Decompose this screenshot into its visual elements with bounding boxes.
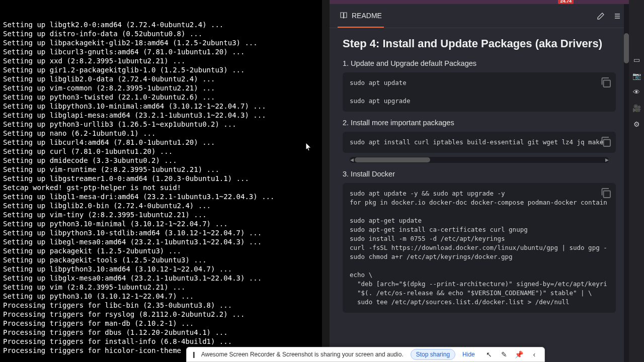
copy-icon[interactable] [600,76,612,88]
code-block[interactable]: sudo apt update sudo apt upgrade [343,72,616,112]
cursor-icon[interactable]: ↖ [485,350,493,358]
camera-icon[interactable]: 📷 [632,71,641,80]
svg-rect-1 [604,140,611,147]
page-title: Step 4: Install and Update Packages (aka… [343,37,616,50]
book-icon [340,12,348,20]
screen-share-bar: || Awesome Screen Recorder & Screenshot … [186,347,545,362]
step-label: 1. Update and Upgrade default Packages [343,59,616,67]
list-icon[interactable] [613,12,621,20]
pause-icon[interactable]: || [193,351,194,358]
copy-icon[interactable] [600,187,612,199]
readme-body[interactable]: Step 4: Install and Update Packages (aka… [330,28,629,362]
recording-badge: 24.74 [558,0,574,4]
scrollbar-thumb[interactable] [355,157,430,162]
vertical-scrollbar[interactable] [624,4,629,362]
app-sidebar: ▭ 📷 👁 🎥 ⚙ [629,0,644,362]
code-block[interactable]: sudo apt install curl iptables build-ess… [343,132,616,153]
readme-tab-label: README [352,12,382,20]
tab-bar: 24.74 [330,0,629,4]
hide-button[interactable]: Hide [462,351,475,358]
tab-readme[interactable]: README [338,4,384,28]
step-label: 3. Install Docker [343,170,616,178]
step-label: 2. Install more important packages [343,119,616,127]
pen-icon[interactable]: ✎ [500,350,508,358]
share-message: Awesome Screen Recorder & Screenshot is … [201,351,404,358]
copy-icon[interactable] [600,136,612,148]
scrollbar-thumb[interactable] [624,33,629,63]
svg-rect-0 [604,80,611,87]
terminal-pane[interactable]: Setting up libgtk2.0-0:amd64 (2.72.4-0ub… [0,0,322,362]
code-block[interactable]: sudo apt update -y && sudo apt upgrade -… [343,183,616,313]
eye-icon[interactable]: 👁 [632,87,641,97]
readme-header: README [330,4,629,28]
terminal-output: Setting up libgtk2.0-0:amd64 (2.72.4-0ub… [3,20,319,355]
stop-sharing-button[interactable]: Stop sharing [411,349,455,360]
readme-pane: 24.74 README Step 4: Install and Update … [330,0,629,362]
edit-icon[interactable] [597,12,605,20]
video-icon[interactable]: 🎥 [632,104,641,113]
svg-rect-2 [604,191,611,198]
pin-icon[interactable]: 📌 [515,350,523,358]
chevron-left-icon[interactable]: ‹ [530,350,538,358]
horizontal-scrollbar[interactable]: ◀▶ [350,157,609,163]
rect-icon[interactable]: ▭ [632,55,641,64]
gear-icon[interactable]: ⚙ [632,120,641,129]
